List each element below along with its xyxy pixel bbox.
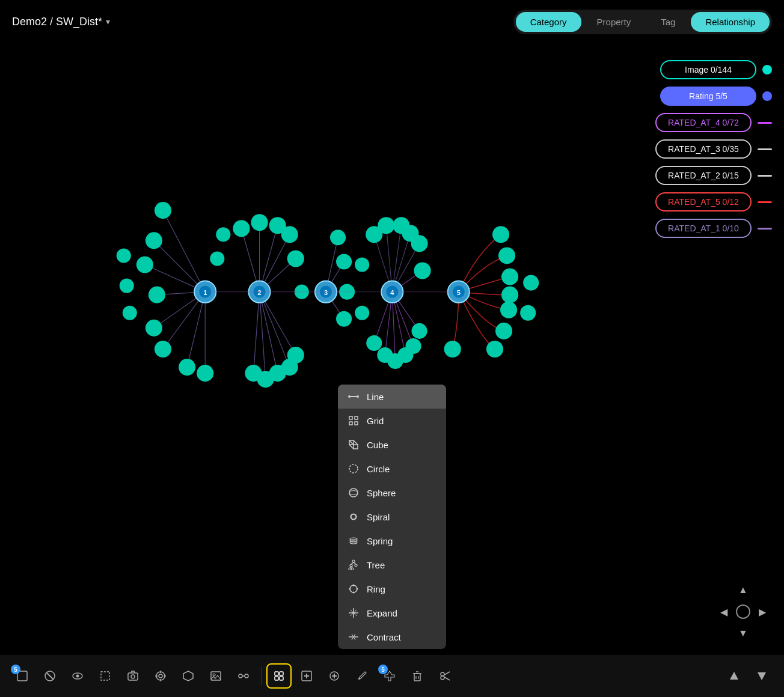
svg-point-18: [197, 365, 213, 382]
nav-right[interactable]: ▶: [753, 602, 772, 621]
spiral-icon: [348, 511, 360, 523]
expand-icon: [348, 607, 360, 619]
svg-marker-184: [730, 672, 738, 680]
trash-tool[interactable]: [405, 663, 430, 689]
svg-point-134: [357, 588, 358, 590]
svg-point-78: [411, 235, 427, 252]
filter-rated3-line: [758, 148, 772, 150]
svg-line-116: [349, 445, 354, 449]
layout-spiral[interactable]: Spiral: [338, 505, 446, 529]
filter-rated3-pill[interactable]: RATED_AT_3 0/35: [655, 139, 752, 159]
svg-text:1: 1: [203, 289, 207, 296]
tree-icon: [348, 559, 360, 571]
filter-rating: Rating 5/5: [655, 87, 772, 106]
layout-ring-label: Ring: [367, 584, 385, 594]
svg-rect-165: [280, 672, 283, 675]
hide-tool[interactable]: [37, 663, 63, 689]
svg-point-100: [520, 305, 536, 321]
filter-rated2-pill[interactable]: RATED_AT_2 0/15: [655, 166, 752, 185]
add-pin-tool[interactable]: [322, 663, 347, 689]
breadcrumb-dropdown-icon[interactable]: ▾: [106, 17, 110, 26]
svg-point-46: [210, 251, 224, 266]
svg-point-36: [233, 220, 250, 237]
select-tool[interactable]: 5: [10, 663, 35, 689]
filter-rated4-pill[interactable]: RATED_AT_4 0/72: [655, 113, 752, 132]
tab-relationship[interactable]: Relationship: [691, 12, 770, 32]
svg-rect-166: [275, 677, 278, 680]
layout-expand[interactable]: Expand: [338, 601, 446, 625]
svg-point-180: [441, 672, 444, 676]
graph-area[interactable]: 1: [0, 43, 664, 655]
sidebar-filters: Image 0/144 Rating 5/5 RATED_AT_4 0/72 R…: [655, 60, 772, 238]
svg-point-162: [245, 674, 248, 678]
nav-up[interactable]: ▲: [733, 580, 753, 600]
filter-tool[interactable]: [176, 663, 201, 689]
filter-image-pill[interactable]: Image 0/144: [660, 60, 756, 79]
contract-icon: [348, 631, 360, 643]
svg-point-124: [350, 564, 352, 567]
tab-category[interactable]: Category: [516, 12, 581, 32]
scissors-tool[interactable]: [432, 663, 458, 689]
svg-rect-109: [355, 416, 358, 419]
target-tool[interactable]: [148, 663, 173, 689]
layout-line[interactable]: Line: [338, 385, 446, 409]
filter-rated4-line: [758, 122, 772, 124]
layout-cube[interactable]: Cube: [338, 433, 446, 457]
selection-box-tool[interactable]: [93, 663, 118, 689]
tab-property[interactable]: Property: [583, 12, 646, 32]
brush-tool[interactable]: [349, 663, 375, 689]
svg-text:3: 3: [324, 289, 328, 296]
tab-tag[interactable]: Tag: [646, 12, 690, 32]
svg-rect-111: [355, 422, 358, 425]
add-node-tool[interactable]: [294, 663, 319, 689]
svg-point-106: [348, 395, 351, 398]
layout-spring[interactable]: Spring: [338, 529, 446, 553]
filter-rating-pill[interactable]: Rating 5/5: [660, 87, 756, 106]
svg-rect-150: [128, 673, 138, 680]
svg-point-11: [145, 232, 162, 249]
pin-tool[interactable]: 5: [377, 663, 402, 689]
sort-desc-tool[interactable]: [749, 663, 774, 689]
sort-asc-tool[interactable]: [721, 663, 747, 689]
svg-point-107: [357, 395, 359, 398]
svg-point-97: [486, 341, 503, 358]
svg-line-27: [254, 292, 260, 373]
svg-marker-185: [758, 672, 766, 680]
filter-rated2: RATED_AT_2 0/15: [655, 166, 772, 185]
svg-point-44: [287, 347, 304, 364]
filter-rated1-pill[interactable]: RATED_AT_1 0/10: [655, 219, 752, 238]
nav-left[interactable]: ◀: [714, 602, 733, 621]
svg-point-122: [350, 541, 357, 544]
layout-circle[interactable]: Circle: [338, 457, 446, 481]
node-cluster-3: 3: [315, 230, 355, 327]
svg-point-117: [349, 464, 358, 473]
svg-rect-149: [101, 672, 109, 680]
svg-point-94: [501, 287, 518, 303]
svg-point-87: [355, 306, 369, 320]
layout-ring[interactable]: Ring: [338, 577, 446, 601]
layout-tree[interactable]: Tree: [338, 553, 446, 577]
layout-grid[interactable]: Grid: [338, 409, 446, 433]
filter-rated5-pill[interactable]: RATED_AT_5 0/12: [655, 192, 752, 212]
svg-rect-167: [280, 677, 283, 680]
image-tool[interactable]: [203, 663, 228, 689]
svg-point-80: [366, 335, 382, 351]
layout-contract[interactable]: Contract: [338, 625, 446, 649]
nav-center[interactable]: [736, 604, 750, 619]
layout-tool[interactable]: [266, 663, 292, 689]
layout-sphere[interactable]: Sphere: [338, 481, 446, 505]
breadcrumb[interactable]: Demo2 / SW_Dist* ▾: [12, 16, 110, 28]
svg-point-95: [500, 302, 517, 318]
layout-dropdown: Line Grid Cube Circle Sphere Spiral: [338, 385, 446, 649]
svg-text:2: 2: [257, 289, 261, 296]
show-tool[interactable]: [65, 663, 90, 689]
svg-point-45: [216, 227, 230, 242]
filter-rated1-line: [758, 228, 772, 230]
nav-down[interactable]: ▼: [733, 624, 753, 643]
layout-contract-label: Contract: [367, 632, 401, 642]
connect-tool[interactable]: [231, 663, 256, 689]
grid-icon: [348, 415, 360, 427]
camera-tool[interactable]: [120, 663, 145, 689]
node-cluster-4: 4: [355, 217, 430, 369]
layout-expand-label: Expand: [367, 608, 397, 618]
